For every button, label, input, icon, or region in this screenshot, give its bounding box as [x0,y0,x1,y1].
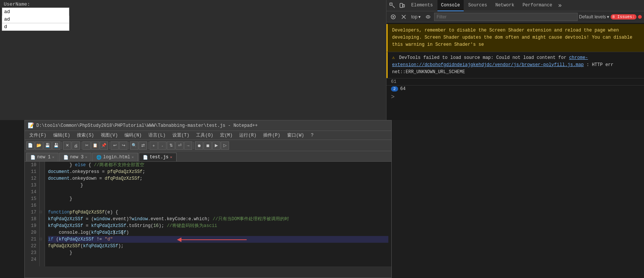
notepad-menubar: 文件(F) 编辑(E) 搜索(S) 视图(V) 编码(N) 语言(L) 设置(T… [25,131,391,140]
cut-btn[interactable]: ✂ [82,141,91,150]
top-context-dropdown[interactable]: top ▾ [410,14,422,20]
toolbar-sep-3 [109,142,109,149]
default-levels-chevron: ▾ [607,14,609,20]
issues-badge: 8 Issues: [611,14,637,20]
clear-console-icon[interactable] [399,12,408,21]
code-line-24 [48,256,388,263]
menu-settings[interactable]: 设置(T) [169,131,193,139]
menu-edit[interactable]: 编辑(E) [50,131,73,139]
file-tab-icon-testjs: 📄 [143,155,148,160]
line-fold-gutter: □ □ [40,162,45,266]
code-line-15: } [48,195,388,202]
tab-network[interactable]: Network [491,0,518,11]
undo-btn[interactable]: ↩ [111,141,119,150]
notepad-editor[interactable]: 10 11 12 13 14 15 16 17 18 19 20 21 22 2… [25,162,391,266]
tab-sources[interactable]: Sources [464,0,491,11]
file-tab-new1[interactable]: 📄 new 1 ✕ [26,153,58,161]
menu-macro[interactable]: 宏(M) [217,131,236,139]
zoom-in-btn[interactable]: + [150,141,158,150]
dropdown-item-d[interactable]: d [2,23,69,31]
code-line-13: } [48,182,388,189]
console-toolbar: top ▾ Default levels ▾ 8 Issues: [386,11,644,23]
default-levels-dropdown[interactable]: Default levels ▾ [579,14,609,20]
notepad-toolbar: 📄 📂 💾 💾 ✕ 🖨 ✂ 📋 📌 ↩ ↪ 🔍 ⇄ + - ⇅ ⏎ → ⏺ ⏹ … [25,140,391,151]
print-btn[interactable]: 🖨 [72,141,80,150]
file-tab-icon-new1: 📄 [30,155,36,160]
tab-console[interactable]: Console [437,0,464,11]
dropdown-item-ad[interactable]: ad [2,16,69,23]
macro-stop-btn[interactable]: ⏹ [204,141,212,150]
save-all-btn[interactable]: 💾 [52,141,60,150]
notepad-file-tabs: 📄 new 1 ✕ 📄 new 3 ✕ 🌐 login.html ✕ 📄 tes… [25,151,391,162]
eye-icon[interactable] [424,12,433,21]
screen-shader-warning: Developers, remember to disable the Scre… [386,24,644,52]
close-btn[interactable]: ✕ [63,141,71,150]
menu-file[interactable]: 文件(F) [26,131,49,139]
console-line-64: 2 64 [386,85,644,92]
svg-point-8 [427,16,428,17]
replace-btn[interactable]: ⇄ [139,141,147,150]
menu-tools[interactable]: 工具(O) [193,131,216,139]
code-line-17: function pfqPdaQzXzSSf(e) { [48,209,388,216]
find-btn[interactable]: 🔍 [130,141,138,150]
new-file-btn[interactable]: 📄 [26,141,34,150]
console-settings-icon[interactable] [389,12,398,21]
toolbar-sep-4 [129,142,129,149]
tab-close-new3[interactable]: ✕ [85,155,87,159]
code-line-21: if (kfqPdaQzXzSSf != "d") { [48,236,388,243]
issues-dot [638,15,642,19]
username-input[interactable]: ad [2,8,69,16]
menu-run[interactable]: 运行(R) [236,131,259,139]
file-tab-testjs[interactable]: 📄 test.js ✕ [139,153,176,161]
paste-btn[interactable]: 📌 [100,141,108,150]
code-line-16 [48,202,388,209]
zoom-out-btn[interactable]: - [158,141,166,150]
save-btn[interactable]: 💾 [43,141,52,150]
code-area[interactable]: } else { //两者都不支持全部置空 document.onkeypres… [45,162,391,266]
console-content[interactable]: Developers, remember to disable the Scre… [386,23,644,120]
indent-btn[interactable]: → [184,141,192,150]
line-count-badge: 2 [391,86,398,92]
code-line-14 [48,189,388,195]
file-tab-login[interactable]: 🌐 login.html ✕ [92,153,138,161]
inspect-element-icon[interactable] [388,1,397,10]
word-wrap-btn[interactable]: ⏎ [175,141,184,150]
menu-view[interactable]: 视图(V) [98,131,121,139]
macro-run-btn[interactable]: ▷ [221,141,229,150]
more-tabs-icon[interactable]: » [557,2,563,9]
macro-play-btn[interactable]: ▶ [212,141,220,150]
code-line-20: console.log(kfqPdaQzXzSSf) [48,229,388,236]
toolbar-sep-1 [61,142,62,149]
notepad-title: D:\tools\Common\PhpStudy2018\PHPTutorial… [36,123,258,128]
devtools-tabs-bar: Elements Console Sources Network Perform… [386,0,644,11]
menu-help[interactable]: ? [308,132,316,139]
tab-close-new1[interactable]: ✕ [52,155,54,159]
warning-triangle-icon: ⚠ [392,55,395,60]
menu-plugins[interactable]: 插件(P) [260,131,283,139]
menu-window[interactable]: 窗口(W) [284,131,307,139]
file-tab-icon-new3: 📄 [63,155,69,160]
code-line-19: kfqPdaQzXzSSf = kfqPdaQzXzSSf.toString(1… [48,222,388,229]
menu-search[interactable]: 搜索(S) [74,131,97,139]
file-tab-new3[interactable]: 📄 new 3 ✕ [59,153,91,161]
notepad-window: 📝 D:\tools\Common\PhpStudy2018\PHPTutori… [24,120,392,278]
redo-btn[interactable]: ↪ [119,141,127,150]
macro-rec-btn[interactable]: ⏺ [195,141,203,150]
device-toolbar-icon[interactable] [398,1,407,10]
tab-performance[interactable]: Performance [519,0,556,11]
tab-close-testjs[interactable]: ✕ [170,155,172,159]
menu-language[interactable]: 语言(L) [145,131,169,139]
menu-encoding[interactable]: 编码(N) [121,131,145,139]
svg-point-4 [392,16,394,18]
console-prompt[interactable]: > [386,92,644,102]
svg-rect-1 [400,3,403,8]
toolbar-sep-5 [148,142,148,149]
tab-close-login[interactable]: ✕ [132,155,134,159]
open-btn[interactable]: 📂 [35,141,43,150]
devtools-panel: Elements Console Sources Network Perform… [386,0,644,120]
tab-elements[interactable]: Elements [407,0,437,11]
filter-input[interactable] [434,13,578,21]
copy-btn[interactable]: 📋 [91,141,99,150]
sync-scroll-btn[interactable]: ⇅ [167,141,175,150]
toolbar-sep-6 [193,142,194,149]
